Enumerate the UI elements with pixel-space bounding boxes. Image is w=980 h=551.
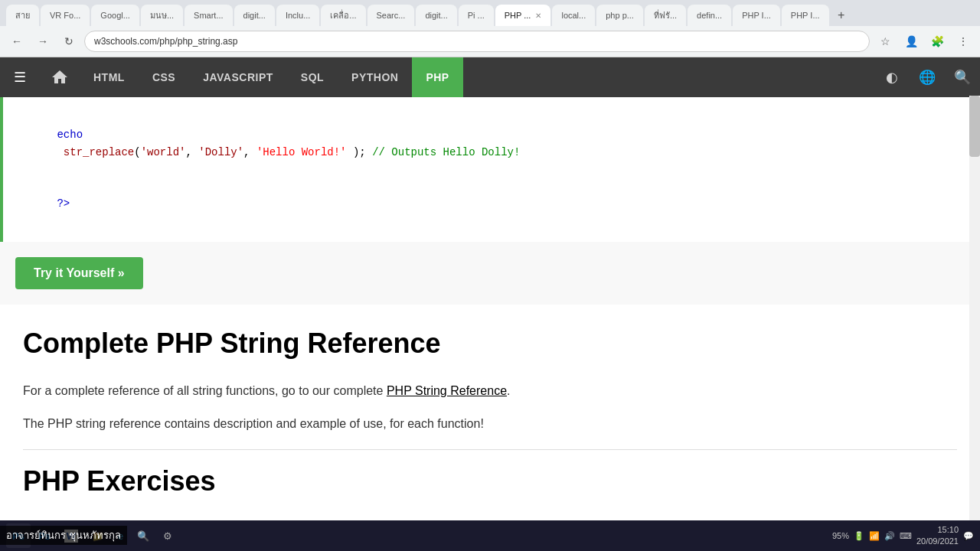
nav-javascript[interactable]: JAVASCRIPT: [189, 57, 287, 97]
back-button[interactable]: ←: [6, 31, 28, 52]
tab-2[interactable]: VR Fo...: [41, 5, 90, 26]
hamburger-menu-button[interactable]: ☰: [0, 57, 40, 97]
tab-8[interactable]: เคลื่อ...: [321, 5, 365, 26]
tab-3[interactable]: Googl...: [91, 5, 139, 26]
try-it-yourself-button[interactable]: Try it Yourself »: [15, 257, 143, 289]
php-string-reference-link[interactable]: PHP String Reference: [387, 384, 507, 397]
code-line-1: echo str_replace('world', 'Dolly', 'Hell…: [18, 109, 965, 178]
nav-links: HTML CSS JAVASCRIPT SQL PYTHON PHP: [80, 57, 874, 97]
search-button[interactable]: 🔍: [945, 57, 980, 97]
tab-17[interactable]: PHP I...: [733, 5, 780, 26]
tab-9[interactable]: Searc...: [368, 5, 415, 26]
tab-12-active[interactable]: PHP ... ✕: [495, 5, 551, 26]
string-reference-section: Complete PHP String Reference For a comp…: [0, 328, 980, 497]
profile-button[interactable]: 👤: [900, 31, 922, 52]
php-exercises-heading: PHP Exercises: [23, 465, 957, 497]
nav-sql[interactable]: SQL: [287, 57, 338, 97]
address-bar-row: ← → ↻ w3schools.com/php/php_string.asp ☆…: [0, 26, 980, 57]
tab-1[interactable]: สาย: [6, 5, 39, 26]
tab-11[interactable]: Pi ...: [459, 5, 494, 26]
str-replace-func: str_replace: [57, 146, 134, 158]
contrast-button[interactable]: ◐: [874, 57, 910, 97]
tab-7[interactable]: Inclu...: [276, 5, 319, 26]
string-reference-text1: For a complete reference of all string f…: [23, 381, 957, 401]
tab-13[interactable]: local...: [552, 5, 595, 26]
bookmark-star-button[interactable]: ☆: [874, 31, 896, 52]
forward-button[interactable]: →: [32, 31, 54, 52]
url-text: w3schools.com/php/php_string.asp: [94, 36, 237, 47]
tab-4[interactable]: มนษ...: [141, 5, 183, 26]
code-line-2: ?>: [18, 178, 965, 230]
tab-close-icon[interactable]: ✕: [535, 11, 541, 20]
scrollbar-thumb[interactable]: [969, 96, 980, 157]
tab-10[interactable]: digit...: [416, 5, 456, 26]
nav-css[interactable]: CSS: [139, 57, 189, 97]
code-block: echo str_replace('world', 'Dolly', 'Hell…: [0, 97, 980, 242]
tab-14[interactable]: php p...: [596, 5, 643, 26]
nav-html[interactable]: HTML: [80, 57, 139, 97]
search-icon: 🔍: [954, 69, 971, 86]
echo-keyword: echo: [57, 129, 83, 141]
browser-chrome: สาย VR Fo... Googl... มนษ... Smart... di…: [0, 0, 980, 57]
home-button[interactable]: [40, 57, 80, 97]
code-section-wrapper: echo str_replace('world', 'Dolly', 'Hell…: [0, 97, 980, 305]
tab-bar: สาย VR Fo... Googl... มนษ... Smart... di…: [0, 0, 980, 26]
string-reference-text2: The PHP string reference contains descri…: [23, 414, 957, 434]
reload-button[interactable]: ↻: [58, 31, 80, 52]
hamburger-icon: ☰: [14, 69, 26, 86]
new-tab-button[interactable]: +: [831, 5, 852, 26]
nav-php[interactable]: PHP: [412, 57, 462, 97]
vertical-scrollbar[interactable]: [969, 96, 980, 505]
tab-6[interactable]: digit...: [234, 5, 275, 26]
tab-5[interactable]: Smart...: [185, 5, 233, 26]
browser-menu-button[interactable]: ⋮: [952, 31, 974, 52]
text-before-link: For a complete reference of all string f…: [23, 384, 387, 397]
address-bar[interactable]: w3schools.com/php/php_string.asp: [84, 31, 870, 52]
globe-button[interactable]: 🌐: [910, 57, 945, 97]
try-button-container: Try it Yourself »: [0, 242, 980, 305]
tab-18[interactable]: PHP I...: [782, 5, 829, 26]
section-divider: [23, 449, 957, 450]
extensions-button[interactable]: 🧩: [926, 31, 948, 52]
spacer-1: [0, 305, 980, 328]
text-after-link: .: [507, 384, 510, 397]
contrast-icon: ◐: [886, 69, 898, 86]
string-reference-heading: Complete PHP String Reference: [23, 328, 957, 360]
tab-16[interactable]: defin...: [688, 5, 731, 26]
tab-15[interactable]: ที่ฟรั...: [645, 5, 686, 26]
nav-python[interactable]: PYTHON: [338, 57, 412, 97]
nav-right-icons: ◐ 🌐 🔍: [874, 57, 980, 97]
home-icon: [51, 68, 69, 86]
globe-icon: 🌐: [919, 69, 936, 86]
main-navbar: ☰ HTML CSS JAVASCRIPT SQL PYTHON PHP ◐ 🌐…: [0, 57, 980, 97]
browser-icons: ☆ 👤 🧩 ⋮: [874, 31, 974, 52]
